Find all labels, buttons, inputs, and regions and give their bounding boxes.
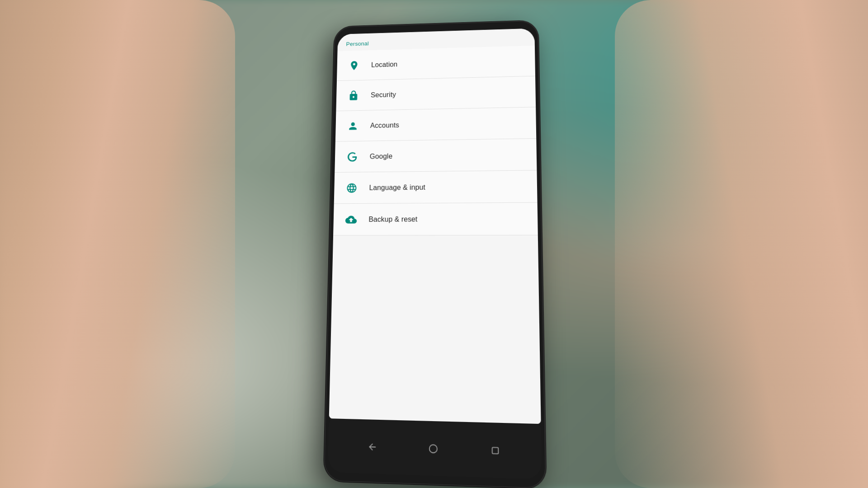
- hand-right: [615, 0, 868, 488]
- accounts-icon: [344, 117, 362, 134]
- location-item[interactable]: Location: [337, 46, 535, 81]
- google-item[interactable]: Google: [335, 139, 537, 173]
- hand-left: [0, 0, 235, 488]
- accounts-label: Accounts: [370, 121, 399, 129]
- phone-screen: Personal Location Security: [329, 28, 541, 424]
- security-label: Security: [371, 91, 396, 99]
- google-icon: [344, 148, 361, 165]
- security-item[interactable]: Security: [336, 76, 536, 111]
- accounts-item[interactable]: Accounts: [335, 107, 536, 141]
- home-button[interactable]: [425, 440, 442, 458]
- backup-item[interactable]: Backup & reset: [333, 203, 538, 236]
- svg-rect-1: [492, 447, 499, 454]
- section-title: Personal: [346, 40, 369, 47]
- location-icon: [345, 57, 363, 74]
- phone-nav: [328, 419, 542, 479]
- google-label: Google: [370, 152, 393, 160]
- language-label: Language & input: [369, 183, 425, 192]
- backup-label: Backup & reset: [368, 215, 417, 223]
- location-label: Location: [371, 61, 397, 69]
- language-icon: [343, 179, 360, 197]
- back-button[interactable]: [364, 438, 381, 456]
- language-item[interactable]: Language & input: [334, 170, 538, 204]
- backup-icon: [342, 211, 360, 228]
- svg-point-0: [429, 445, 437, 453]
- recents-button[interactable]: [487, 441, 504, 460]
- settings-content: Personal Location Security: [329, 28, 541, 424]
- security-icon: [345, 87, 363, 104]
- phone-device: Personal Location Security: [324, 21, 546, 488]
